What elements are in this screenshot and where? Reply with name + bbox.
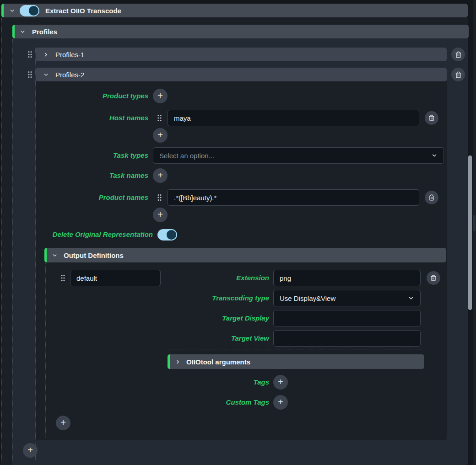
product-names-label: Product names — [99, 193, 148, 202]
chevron-down-icon[interactable] — [9, 8, 15, 14]
delete-profile-2-button[interactable] — [451, 68, 465, 81]
task-types-select[interactable]: Select an option... — [153, 147, 444, 164]
profiles-item-1-header[interactable]: Profiles-1 — [36, 48, 447, 61]
output-definition-name-input[interactable] — [70, 270, 161, 286]
profiles-item-2-header[interactable]: Profiles-2 — [36, 68, 447, 81]
product-names-input[interactable] — [168, 189, 419, 206]
target-display-label: Target Display — [222, 314, 269, 323]
plus-icon: + — [157, 210, 163, 219]
add-custom-tag-button[interactable]: + — [273, 395, 288, 410]
divider — [52, 414, 427, 414]
chevron-down-icon — [408, 295, 414, 301]
drag-handle-icon[interactable] — [156, 194, 162, 201]
product-types-label: Product types — [103, 91, 148, 101]
plus-icon: + — [157, 171, 163, 180]
toggle-knob — [29, 6, 38, 16]
plus-icon: + — [278, 377, 283, 386]
plus-icon: + — [278, 397, 283, 406]
trash-icon — [430, 275, 437, 281]
chevron-down-icon[interactable] — [52, 252, 58, 258]
plus-icon: + — [157, 91, 163, 100]
custom-tags-label: Custom Tags — [226, 398, 269, 407]
plus-icon: + — [60, 418, 66, 427]
add-task-name-button[interactable]: + — [153, 168, 168, 183]
chevron-down-icon[interactable] — [43, 72, 49, 78]
delete-original-representation-label: Delete Original Representation — [53, 230, 153, 239]
task-names-label: Task names — [109, 171, 148, 180]
transcoding-type-select[interactable]: Use Display&View — [273, 290, 421, 306]
chevron-right-icon[interactable] — [175, 359, 181, 365]
add-product-type-button[interactable]: + — [153, 89, 168, 103]
tags-label: Tags — [254, 378, 269, 387]
drag-handle-icon[interactable] — [156, 114, 162, 122]
delete-host-name-button[interactable] — [425, 111, 438, 125]
plus-icon: + — [157, 130, 163, 139]
settings-page: Extract OIIO Transcode Profiles Profiles… — [0, 0, 476, 465]
section-title: Profiles — [32, 28, 57, 36]
trash-icon — [428, 115, 435, 121]
enabled-toggle[interactable] — [20, 5, 39, 16]
select-value: Use Display&View — [280, 294, 404, 302]
chevron-down-icon — [431, 152, 438, 159]
transcoding-type-label: Transcoding type — [212, 294, 269, 303]
add-profile-button[interactable]: + — [23, 443, 38, 458]
add-product-name-button[interactable]: + — [153, 208, 168, 222]
add-output-definition-button[interactable]: + — [56, 416, 70, 430]
host-names-input[interactable] — [168, 110, 419, 126]
section-title: OIIOtool arguments — [186, 358, 250, 366]
delete-output-definition-button[interactable] — [427, 271, 440, 285]
profiles-item-2-body: Product types + Host names + Task types … — [36, 81, 447, 440]
host-names-label: Host names — [109, 113, 148, 123]
delete-profile-1-button[interactable] — [451, 48, 465, 61]
delete-original-representation-toggle[interactable] — [157, 229, 177, 241]
profiles-section-header[interactable]: Profiles — [12, 25, 469, 38]
item-title: Profiles-2 — [55, 71, 84, 79]
trash-icon — [455, 51, 462, 58]
output-definitions-header[interactable]: Output Definitions — [44, 248, 446, 262]
toggle-knob — [167, 230, 176, 240]
select-placeholder: Select an option... — [159, 152, 427, 160]
add-host-name-button[interactable]: + — [153, 128, 168, 143]
extract-oiio-transcode-header[interactable]: Extract OIIO Transcode — [1, 4, 468, 17]
task-types-label: Task types — [113, 151, 148, 160]
target-view-input[interactable] — [273, 330, 421, 347]
outer-scrollbar-thumb[interactable] — [473, 215, 476, 231]
divider — [167, 349, 424, 349]
item-title: Profiles-1 — [55, 51, 84, 59]
section-title: Output Definitions — [64, 251, 124, 259]
chevron-down-icon[interactable] — [20, 29, 26, 35]
outer-scrollbar-track — [473, 0, 476, 465]
trash-icon — [428, 194, 435, 201]
trash-icon — [455, 71, 462, 78]
chevron-right-icon[interactable] — [43, 52, 49, 58]
scrollbar-thumb[interactable] — [468, 155, 472, 310]
delete-product-name-button[interactable] — [425, 191, 438, 204]
extension-label: Extension — [236, 273, 269, 283]
page-title: Extract OIIO Transcode — [45, 7, 121, 15]
indent-guide — [45, 263, 46, 438]
target-display-input[interactable] — [273, 310, 421, 326]
drag-handle-icon[interactable] — [27, 51, 33, 58]
extension-input[interactable] — [273, 270, 421, 286]
add-tag-button[interactable]: + — [273, 375, 288, 390]
plus-icon: + — [27, 445, 33, 454]
target-view-label: Target View — [231, 334, 269, 343]
indent-guide — [12, 39, 13, 465]
oiiotool-arguments-header[interactable]: OIIOtool arguments — [168, 354, 424, 369]
indent-guide — [1, 18, 2, 465]
drag-handle-icon[interactable] — [60, 274, 66, 282]
drag-handle-icon[interactable] — [27, 71, 33, 78]
